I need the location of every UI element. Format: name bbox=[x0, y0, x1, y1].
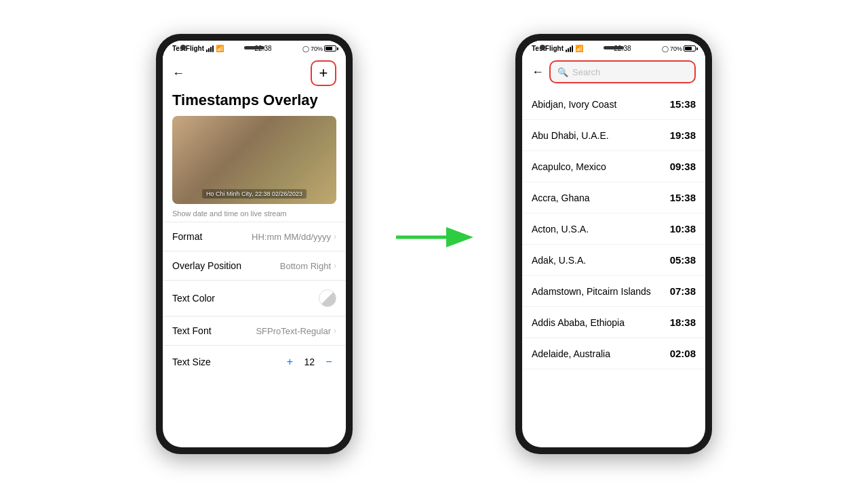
search-input-placeholder: Search bbox=[572, 67, 600, 77]
right-wifi-icon: 📶 bbox=[575, 45, 583, 52]
right-camera-dot bbox=[540, 45, 545, 50]
scene: TestFlight 📶 22:38 ◯ 70% bbox=[0, 0, 868, 488]
right-phone-inner: TestFlight 📶 22:38 ◯ 70% bbox=[522, 41, 705, 447]
format-label: Format bbox=[172, 231, 202, 242]
arrow-container bbox=[393, 224, 475, 251]
city-time: 15:38 bbox=[670, 192, 696, 203]
city-time: 18:38 bbox=[670, 317, 696, 328]
battery-pct-right: 70% bbox=[670, 45, 682, 52]
city-name: Acton, U.S.A. bbox=[532, 224, 589, 235]
text-font-value-container: SFProText-Regular › bbox=[256, 326, 336, 336]
right-status-right: ◯ 70% bbox=[662, 45, 696, 52]
city-name: Adak, U.S.A. bbox=[532, 255, 586, 266]
city-name: Abidjan, Ivory Coast bbox=[532, 99, 616, 110]
city-time: 05:38 bbox=[670, 254, 696, 266]
left-phone-header: ← + bbox=[163, 55, 346, 92]
overlay-position-label: Overlay Position bbox=[172, 260, 241, 271]
battery-pct-left: 70% bbox=[311, 45, 323, 52]
battery-icon-right bbox=[684, 45, 696, 52]
right-location-icon: ◯ bbox=[662, 45, 669, 52]
list-item[interactable]: Adelaide, Australia 02:08 bbox=[522, 338, 705, 369]
left-status-right: ◯ 70% bbox=[302, 45, 336, 52]
text-font-chevron-icon: › bbox=[334, 326, 336, 336]
city-list: Abidjan, Ivory Coast 15:38 Abu Dhabi, U.… bbox=[522, 89, 705, 447]
list-item[interactable]: Addis Ababa, Ethiopia 18:38 bbox=[522, 307, 705, 338]
format-value-container: HH:mm MM/dd/yyyy › bbox=[252, 232, 336, 242]
camera-dot bbox=[180, 45, 186, 50]
city-name: Adamstown, Pitcairn Islands bbox=[532, 286, 651, 297]
search-bar[interactable]: 🔍 Search bbox=[549, 60, 696, 83]
city-time: 07:38 bbox=[670, 285, 696, 297]
signal-icon bbox=[206, 45, 214, 52]
city-name: Addis Ababa, Ethiopia bbox=[532, 317, 625, 328]
list-item[interactable]: Adak, U.S.A. 05:38 bbox=[522, 245, 705, 276]
list-item[interactable]: Abidjan, Ivory Coast 15:38 bbox=[522, 89, 705, 120]
city-name: Abu Dhabi, U.A.E. bbox=[532, 130, 609, 141]
list-item[interactable]: Abu Dhabi, U.A.E. 19:38 bbox=[522, 120, 705, 151]
overlay-position-chevron-icon: › bbox=[334, 261, 336, 270]
location-icon: ◯ bbox=[302, 45, 309, 52]
list-item[interactable]: Acton, U.S.A. 10:38 bbox=[522, 214, 705, 245]
text-font-label: Text Font bbox=[172, 325, 212, 336]
right-speaker bbox=[604, 46, 624, 49]
battery-fill-right bbox=[685, 47, 692, 50]
city-time: 15:38 bbox=[670, 98, 696, 110]
text-color-label: Text Color bbox=[172, 293, 215, 304]
search-icon: 🔍 bbox=[557, 67, 568, 77]
video-overlay-timestamp: Ho Chi Minh City, 22:38 02/26/2023 bbox=[202, 189, 307, 199]
city-name: Adelaide, Australia bbox=[532, 348, 610, 359]
right-signal-icon bbox=[566, 45, 573, 52]
right-phone-header: ← 🔍 Search bbox=[522, 55, 705, 89]
list-item[interactable]: Adamstown, Pitcairn Islands 07:38 bbox=[522, 276, 705, 307]
list-item[interactable]: Accra, Ghana 15:38 bbox=[522, 182, 705, 214]
format-row[interactable]: Format HH:mm MM/dd/yyyy › bbox=[163, 222, 346, 251]
format-value: HH:mm MM/dd/yyyy bbox=[252, 232, 331, 242]
text-font-row[interactable]: Text Font SFProText-Regular › bbox=[163, 316, 346, 345]
back-button-right[interactable]: ← bbox=[532, 65, 544, 79]
color-picker-circle[interactable] bbox=[319, 289, 336, 307]
battery-icon-left bbox=[324, 45, 336, 52]
city-time: 19:38 bbox=[670, 129, 696, 141]
format-chevron-icon: › bbox=[334, 232, 336, 241]
right-phone: TestFlight 📶 22:38 ◯ 70% bbox=[515, 34, 712, 454]
text-size-label: Text Size bbox=[172, 357, 211, 367]
add-button[interactable]: + bbox=[311, 60, 336, 86]
text-font-value: SFProText-Regular bbox=[256, 326, 331, 336]
city-name: Accra, Ghana bbox=[532, 192, 590, 203]
city-name: Acapulco, Mexico bbox=[532, 161, 606, 172]
back-button-left[interactable]: ← bbox=[172, 66, 184, 81]
navigation-arrow bbox=[393, 224, 475, 251]
text-color-row[interactable]: Text Color bbox=[163, 280, 346, 316]
city-time: 02:08 bbox=[670, 348, 696, 359]
overlay-position-row[interactable]: Overlay Position Bottom Right › bbox=[163, 251, 346, 280]
speaker bbox=[244, 46, 264, 49]
video-preview: Ho Chi Minh City, 22:38 02/26/2023 bbox=[172, 116, 336, 204]
right-app-name: TestFlight bbox=[532, 45, 564, 52]
left-phone-inner: TestFlight 📶 22:38 ◯ 70% bbox=[163, 41, 346, 447]
wifi-icon: 📶 bbox=[216, 45, 224, 52]
text-size-controls: + 12 − bbox=[282, 354, 336, 369]
show-date-label: Show date and time on live stream bbox=[163, 204, 346, 222]
text-size-increase-button[interactable]: + bbox=[282, 354, 297, 369]
city-time: 09:38 bbox=[670, 161, 696, 172]
list-item[interactable]: Acapulco, Mexico 09:38 bbox=[522, 151, 705, 182]
overlay-position-value-container: Bottom Right › bbox=[280, 261, 336, 271]
page-title: Timestamps Overlay bbox=[163, 92, 346, 116]
battery-fill-left bbox=[326, 47, 332, 50]
left-phone-content: ← + Timestamps Overlay Ho Chi Minh City,… bbox=[163, 55, 346, 447]
left-phone: TestFlight 📶 22:38 ◯ 70% bbox=[156, 34, 353, 454]
text-size-value: 12 bbox=[304, 357, 315, 367]
left-app-name: TestFlight bbox=[172, 45, 204, 52]
text-size-row: Text Size + 12 − bbox=[163, 345, 346, 378]
city-time: 10:38 bbox=[670, 223, 696, 235]
overlay-position-value: Bottom Right bbox=[280, 261, 331, 271]
text-size-decrease-button[interactable]: − bbox=[321, 354, 336, 369]
